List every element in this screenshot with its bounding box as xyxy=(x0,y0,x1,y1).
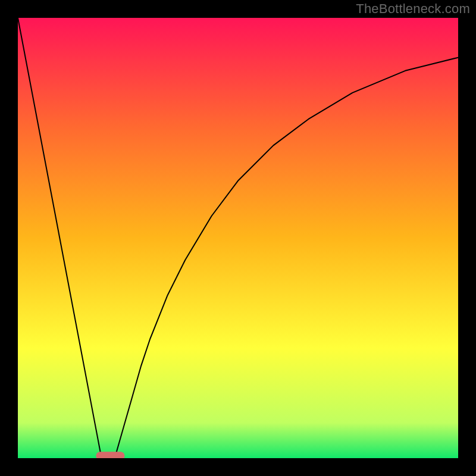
bottom-marker xyxy=(96,452,124,458)
chart-frame: TheBottleneck.com xyxy=(0,0,476,476)
watermark-text: TheBottleneck.com xyxy=(356,1,470,17)
plot-area xyxy=(18,18,458,458)
gradient-background xyxy=(18,18,458,458)
chart-svg xyxy=(18,18,458,458)
